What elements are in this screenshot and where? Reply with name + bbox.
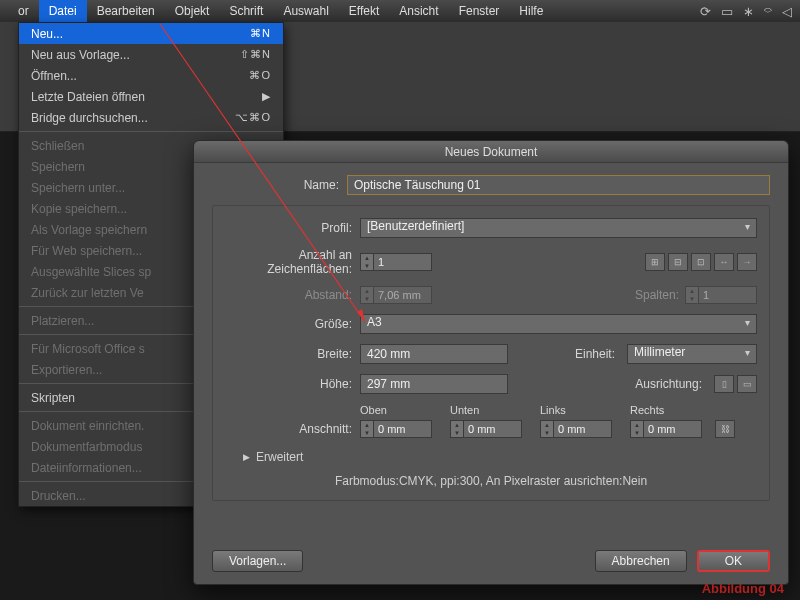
bleed-left-label: Links: [540, 404, 612, 416]
advanced-disclosure[interactable]: ▶Erweitert: [243, 450, 757, 464]
summary-text: Farbmodus:CMYK, ppi:300, An Pixelraster …: [225, 474, 757, 488]
width-label: Breite:: [225, 347, 360, 361]
menu-datei[interactable]: Datei: [39, 0, 87, 22]
menu-item-open[interactable]: Öffnen...⌘O: [19, 65, 283, 86]
height-label: Höhe:: [225, 377, 360, 391]
spacing-label: Abstand:: [225, 288, 360, 302]
menu-objekt[interactable]: Objekt: [165, 0, 220, 22]
ok-button[interactable]: OK: [697, 550, 770, 572]
height-input[interactable]: [360, 374, 508, 394]
menu-item-new[interactable]: Neu...⌘N: [19, 23, 283, 44]
menu-bearbeiten[interactable]: Bearbeiten: [87, 0, 165, 22]
menu-hilfe[interactable]: Hilfe: [509, 0, 553, 22]
landscape-icon[interactable]: ▭: [737, 375, 757, 393]
col-layout-icon[interactable]: ⊡: [691, 253, 711, 271]
bleed-label: Anschnitt:: [225, 422, 360, 438]
dialog-title: Neues Dokument: [194, 141, 788, 163]
menu-item-recent[interactable]: Letzte Dateien öffnen▶: [19, 86, 283, 107]
new-document-dialog: Neues Dokument Name: Profil: [Benutzerde…: [193, 140, 789, 585]
system-tray: ⟳ ▭ ∗ ⌔ ◁: [700, 0, 792, 22]
size-select[interactable]: A3: [360, 314, 757, 334]
menu-item-bridge[interactable]: Bridge durchsuchen...⌥⌘O: [19, 107, 283, 128]
menu-effekt[interactable]: Effekt: [339, 0, 389, 22]
bleed-top-spinner[interactable]: ▲▼: [360, 420, 432, 438]
menu-fenster[interactable]: Fenster: [449, 0, 510, 22]
columns-spinner: ▲▼: [685, 286, 757, 304]
figure-caption: Abbildung 04: [702, 581, 784, 596]
bleed-right-label: Rechts: [630, 404, 702, 416]
bleed-right-spinner[interactable]: ▲▼: [630, 420, 702, 438]
menu-ansicht[interactable]: Ansicht: [389, 0, 448, 22]
artboards-spinner[interactable]: ▲▼: [360, 253, 432, 271]
volume-icon: ◁: [782, 4, 792, 19]
row-layout-icon[interactable]: ⊟: [668, 253, 688, 271]
orientation-label: Ausrichtung:: [635, 377, 708, 391]
artboards-label: Anzahl an Zeichenflächen:: [225, 248, 360, 276]
settings-panel: Profil: [Benutzerdefiniert] Anzahl an Ze…: [212, 205, 770, 501]
units-label: Einheit:: [575, 347, 621, 361]
bleed-bottom-spinner[interactable]: ▲▼: [450, 420, 522, 438]
display-icon: ▭: [721, 4, 733, 19]
bleed-bottom-label: Unten: [450, 404, 522, 416]
menu-item-new-template[interactable]: Neu aus Vorlage...⇧⌘N: [19, 44, 283, 65]
bleed-top-label: Oben: [360, 404, 432, 416]
arrow-right-icon[interactable]: →: [737, 253, 757, 271]
name-label: Name:: [212, 178, 347, 192]
menu-auswahl[interactable]: Auswahl: [273, 0, 338, 22]
cancel-button[interactable]: Abbrechen: [595, 550, 687, 572]
templates-button[interactable]: Vorlagen...: [212, 550, 303, 572]
menu-app[interactable]: or: [8, 0, 39, 22]
spacing-spinner: ▲▼: [360, 286, 432, 304]
menubar: or Datei Bearbeiten Objekt Schrift Auswa…: [0, 0, 800, 22]
portrait-icon[interactable]: ▯: [714, 375, 734, 393]
arrange-icon[interactable]: ↔: [714, 253, 734, 271]
triangle-right-icon: ▶: [243, 452, 250, 462]
link-bleed-icon[interactable]: ⛓: [715, 420, 735, 438]
sync-icon: ⟳: [700, 4, 711, 19]
units-select[interactable]: Millimeter: [627, 344, 757, 364]
width-input[interactable]: [360, 344, 508, 364]
name-input[interactable]: [347, 175, 770, 195]
menu-schrift[interactable]: Schrift: [219, 0, 273, 22]
bleed-left-spinner[interactable]: ▲▼: [540, 420, 612, 438]
wifi-icon: ⌔: [764, 4, 772, 19]
grid-layout-icon[interactable]: ⊞: [645, 253, 665, 271]
size-label: Größe:: [225, 317, 360, 331]
columns-label: Spalten:: [635, 288, 685, 302]
bluetooth-icon: ∗: [743, 4, 754, 19]
profile-select[interactable]: [Benutzerdefiniert]: [360, 218, 757, 238]
profile-label: Profil:: [225, 221, 360, 235]
